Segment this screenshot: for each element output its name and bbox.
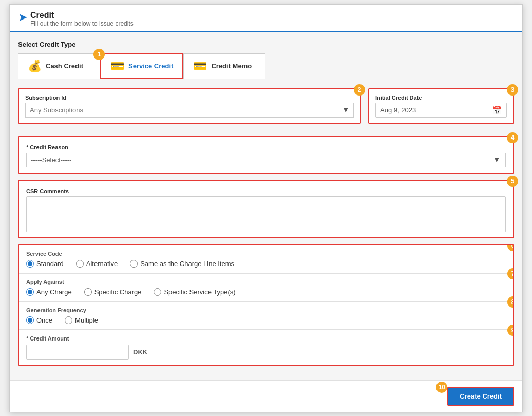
initial-credit-date-label: Initial Credit Date [375,94,507,101]
badge-4: 4 [507,132,518,143]
initial-credit-date-group: Initial Credit Date 📅 [375,94,507,118]
apply-against-label: Apply Against [26,279,506,285]
badge-2: 2 [354,84,365,96]
service-code-label: Service Code [26,251,506,257]
alternative-radio[interactable] [76,260,84,268]
service-code-radio-group: Standard Alternative Same as the Charge … [26,260,506,268]
badge-10: 10 [436,382,447,393]
create-credit-button[interactable]: Create Credit [447,387,514,406]
apply-against-section: Apply Against Any Charge Specific Charge… [19,273,513,301]
specific-charge-radio[interactable] [84,288,92,296]
modal-footer: 10 Create Credit [10,380,522,412]
subscription-id-label: Subscription Id [25,94,354,101]
credit-amount-section: * Credit Amount DKK 9 [19,330,513,365]
apply-against-radio-group: Any Charge Specific Charge Specific Serv… [26,288,506,296]
same-label: Same as the Charge Line Items [140,260,234,268]
specific-service-radio[interactable] [154,288,161,296]
csr-comments-group: CSR Comments [26,188,506,232]
badge-1: 1 [93,49,105,60]
same-radio[interactable] [130,260,138,268]
badge-3: 3 [507,84,518,96]
credit-reason-group: * Credit Reason -----Select----- ▼ [26,144,506,167]
calendar-icon[interactable]: 📅 [488,103,506,117]
csr-comments-label: CSR Comments [26,188,506,194]
standard-radio[interactable] [26,260,34,268]
apply-specific-charge[interactable]: Specific Charge [84,288,142,296]
logo-arrow-icon: ➤ [18,11,27,24]
lower-sections: Service Code Standard Alternative Same a… [18,244,514,366]
service-code-alternative[interactable]: Alternative [76,260,118,268]
currency-label: DKK [133,348,147,356]
badge-5: 5 [507,176,518,187]
credit-reason-select[interactable]: -----Select----- [27,153,488,167]
badge-6: 6 [507,244,514,251]
standard-label: Standard [36,260,64,268]
credit-memo-label: Credit Memo [211,62,252,70]
generation-frequency-section: Generation Frequency Once Multiple 8 [19,301,513,329]
service-code-standard[interactable]: Standard [26,260,64,268]
footer-badge-wrapper: 10 Create Credit [447,387,514,406]
select-credit-type-label: Select Credit Type [18,41,514,48]
multiple-label: Multiple [75,316,98,324]
subscription-id-input[interactable] [26,103,338,117]
service-credit-button[interactable]: 💳 Service Credit [100,53,183,79]
apply-specific-service[interactable]: Specific Service Type(s) [154,288,235,296]
cash-credit-button[interactable]: 💰 Cash Credit 1 [18,53,100,79]
header-text: Credit Fill out the form below to issue … [30,11,134,31]
card-icon: 💳 [110,60,124,73]
modal-title: Credit [30,11,134,20]
select-arrow-icon: ▼ [488,154,505,166]
badge-9: 9 [507,325,514,336]
credit-reason-label: * Credit Reason [26,144,506,150]
subscription-id-group: Subscription Id ▼ [25,94,354,118]
credit-amount-input[interactable] [26,345,129,360]
credit-modal: ➤ Credit Fill out the form below to issu… [9,4,523,412]
modal-body: Select Credit Type 💰 Cash Credit 1 💳 Ser… [10,32,522,380]
credit-amount-label: * Credit Amount [26,335,506,342]
memo-icon: 💳 [193,60,207,73]
gen-multiple[interactable]: Multiple [65,316,98,324]
amount-wrapper: DKK [26,345,506,360]
once-label: Once [36,316,52,324]
csr-comments-input[interactable] [26,196,506,232]
modal-subtitle: Fill out the form below to issue credits [30,20,134,27]
multiple-radio[interactable] [65,316,72,324]
once-radio[interactable] [26,316,34,324]
date-input[interactable] [376,103,488,117]
alternative-label: Alternative [86,260,118,268]
modal-header: ➤ Credit Fill out the form below to issu… [10,5,522,32]
credit-memo-button[interactable]: 💳 Credit Memo [183,53,265,79]
cash-credit-label: Cash Credit [46,62,83,70]
service-code-same[interactable]: Same as the Charge Line Items [130,260,234,268]
any-charge-radio[interactable] [26,288,34,296]
specific-service-label: Specific Service Type(s) [164,288,235,296]
specific-charge-label: Specific Charge [94,288,142,296]
apply-any-charge[interactable]: Any Charge [26,288,72,296]
badge-7: 7 [507,268,514,279]
badge-8: 8 [507,296,514,308]
generation-frequency-label: Generation Frequency [26,307,506,313]
header-logo: ➤ [18,11,30,24]
coin-icon: 💰 [28,60,42,73]
any-charge-label: Any Charge [36,288,72,296]
credit-type-row: 💰 Cash Credit 1 💳 Service Credit 💳 Credi… [18,53,514,79]
generation-frequency-radio-group: Once Multiple [26,316,506,324]
service-code-section: Service Code Standard Alternative Same a… [19,245,513,273]
dropdown-arrow-icon[interactable]: ▼ [338,104,353,116]
service-credit-label: Service Credit [128,62,173,70]
gen-once[interactable]: Once [26,316,52,324]
